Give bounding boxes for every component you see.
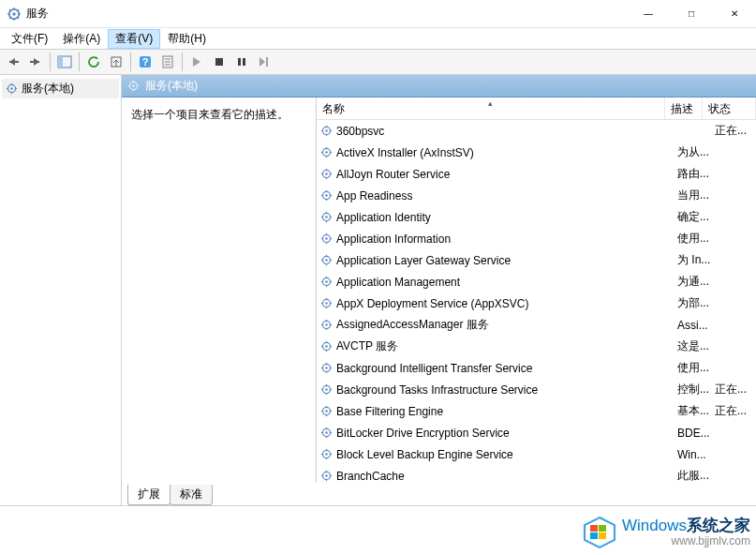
gear-icon [6,82,18,95]
service-row[interactable]: Block Level Backup Engine ServiceWin... [317,443,756,465]
toolbar: ? [0,49,756,75]
service-name: Background Intelligent Transfer Service [336,362,677,375]
gear-icon [320,254,333,266]
column-name-label: 名称 [322,102,345,115]
close-button[interactable]: ✕ [713,0,756,28]
main-area: 服务(本地) 服务(本地) 选择一个项目来查看它的描述。 名称 ▴ 描述 状态 [0,75,756,506]
svg-point-1 [12,12,16,16]
service-name: AssignedAccessManager 服务 [336,317,677,333]
service-name: Base Filtering Engine [336,405,677,418]
service-list[interactable]: 360bpsvc正在...ActiveX Installer (AxInstSV… [317,120,756,483]
tree-root-label: 服务(本地) [22,81,74,97]
service-row[interactable]: ActiveX Installer (AxInstSV)为从... [317,142,756,163]
nav-back-button[interactable] [2,52,24,72]
start-service-button[interactable] [185,52,208,72]
svg-rect-10 [9,61,19,63]
watermark-text: Windows系统之家 www.bjjmlv.com [622,518,750,548]
service-status: 正在... [715,403,756,419]
service-name: ActiveX Installer (AxInstSV) [336,146,677,159]
refresh-button[interactable] [82,52,105,72]
service-row[interactable]: Application Management为通... [317,271,756,292]
svg-rect-154 [590,532,598,539]
panel-header: 服务(本地) [122,75,756,98]
service-desc: 控制... [677,382,715,398]
service-name: Application Identity [336,211,677,224]
service-row[interactable]: AssignedAccessManager 服务Assi... [317,314,756,336]
export-list-button[interactable] [105,52,127,72]
service-name: BranchCache [336,470,677,483]
title-bar: 服务 — □ ✕ [0,0,756,28]
menu-help[interactable]: 帮助(H) [160,29,214,49]
gear-icon [320,362,333,374]
svg-rect-153 [599,525,606,532]
service-row[interactable]: Background Tasks Infrastructure Service控… [317,379,756,400]
sort-ascending-icon: ▴ [488,98,493,108]
gear-icon [320,427,333,439]
gear-icon [320,189,333,202]
help-button[interactable]: ? [134,52,156,72]
menu-bar: 文件(F) 操作(A) 查看(V) 帮助(H) [0,28,756,49]
show-hide-tree-button[interactable] [53,52,76,72]
svg-point-93 [325,323,327,325]
svg-point-111 [325,388,327,390]
service-desc: 此服... [677,468,715,483]
svg-point-105 [325,367,327,368]
service-row[interactable]: AVCTP 服务这是... [317,336,756,357]
svg-rect-13 [58,56,63,68]
gear-icon [320,405,333,417]
restart-service-button[interactable] [253,52,275,72]
service-name: 360bpsvc [336,125,677,138]
service-desc: 为通... [677,274,715,290]
svg-point-27 [10,87,12,89]
svg-point-69 [325,237,327,239]
column-desc[interactable]: 描述 [665,98,703,119]
menu-view[interactable]: 查看(V) [108,29,160,49]
app-icon [7,8,21,21]
menu-action[interactable]: 操作(A) [55,29,108,49]
watermark-brand: Windows系统之家 [622,518,750,535]
list-header: 名称 ▴ 描述 状态 [317,98,756,120]
tree-root-item[interactable]: 服务(本地) [2,79,119,98]
svg-point-129 [325,453,327,455]
service-row[interactable]: Application Information使用... [317,228,756,249]
service-row[interactable]: Base Filtering Engine基本...正在... [317,400,756,422]
nav-forward-button[interactable] [24,52,47,72]
menu-file[interactable]: 文件(F) [4,29,55,49]
service-row[interactable]: Application Layer Gateway Service为 In... [317,249,756,271]
description-pane: 选择一个项目来查看它的描述。 [122,98,317,483]
tree-pane: 服务(本地) [0,75,122,505]
tab-standard[interactable]: 标准 [170,485,213,505]
svg-rect-155 [599,532,606,539]
pause-service-button[interactable] [230,52,253,72]
properties-button[interactable] [156,52,179,72]
svg-point-117 [325,410,327,412]
service-desc: 为 In... [677,252,715,268]
service-name: AppX Deployment Service (AppXSVC) [336,297,677,310]
service-desc: 当用... [677,188,715,203]
minimize-button[interactable]: — [627,0,670,28]
service-row[interactable]: Application Identity确定... [317,206,756,228]
gear-icon [320,125,333,137]
gear-icon [320,211,333,223]
view-tabs: 扩展 标准 [122,485,756,505]
service-row[interactable]: Background Intelligent Transfer Service使… [317,357,756,379]
windows-logo-icon [581,514,618,551]
service-row[interactable]: BranchCache此服... [317,465,756,483]
column-name[interactable]: 名称 ▴ [317,98,665,119]
right-pane: 服务(本地) 选择一个项目来查看它的描述。 名称 ▴ 描述 状态 360bpsv… [122,75,756,505]
column-status[interactable]: 状态 [703,98,756,119]
service-desc: Assi... [677,319,715,332]
gear-icon [320,340,333,352]
service-row[interactable]: App Readiness当用... [317,185,756,206]
svg-point-45 [325,151,327,153]
tab-extended[interactable]: 扩展 [127,485,170,505]
svg-point-135 [325,474,327,476]
maximize-button[interactable]: □ [670,0,713,28]
gear-icon [320,168,333,180]
window-controls: — □ ✕ [627,0,756,28]
service-row[interactable]: 360bpsvc正在... [317,120,756,142]
service-row[interactable]: AllJoyn Router Service路由... [317,163,756,185]
service-row[interactable]: BitLocker Drive Encryption ServiceBDE... [317,422,756,443]
service-row[interactable]: AppX Deployment Service (AppXSVC)为部... [317,292,756,314]
stop-service-button[interactable] [208,52,230,72]
